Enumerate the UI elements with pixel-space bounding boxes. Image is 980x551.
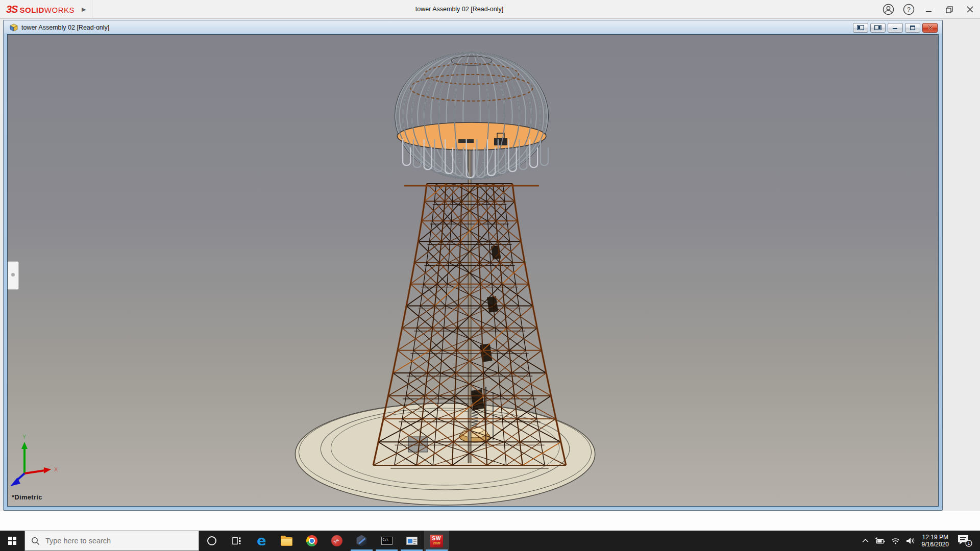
system-tray: 12:19 PM 9/16/2020 1 <box>859 531 980 551</box>
taskbar-item-chrome[interactable] <box>299 531 324 551</box>
battery-status[interactable] <box>872 531 888 551</box>
solidworks-logo: 3S SOLID WORKS <box>6 4 75 15</box>
app-window-controls: ? <box>878 0 980 19</box>
cortana-icon <box>207 536 217 546</box>
taskbar-item-edge[interactable]: e <box>249 531 274 551</box>
task-view-button[interactable] <box>224 531 249 551</box>
taskbar-item-hexagon-app[interactable] <box>349 531 374 551</box>
help-icon[interactable]: ? <box>898 0 919 19</box>
close-button[interactable] <box>960 0 980 19</box>
taskbar-item-window-app[interactable] <box>399 531 424 551</box>
assembly-document-icon <box>9 23 18 32</box>
notification-icon: 1 <box>955 534 973 548</box>
search-input[interactable] <box>25 531 199 550</box>
taskbar-item-file-explorer[interactable] <box>274 531 299 551</box>
windows-logo-icon <box>8 537 17 545</box>
show-right-pane-button[interactable] <box>870 23 886 33</box>
document-minimize-button[interactable] <box>888 23 903 33</box>
window-app-icon <box>406 537 418 545</box>
taskbar-search[interactable] <box>24 531 199 551</box>
hexagon-app-icon <box>356 535 368 547</box>
file-explorer-icon <box>281 537 292 546</box>
chevron-up-icon <box>862 538 869 544</box>
solidworks-logo-mark: 3S <box>6 4 17 15</box>
tray-expand-button[interactable] <box>859 531 872 551</box>
notification-badge: 1 <box>967 541 970 546</box>
document-window-controls <box>853 23 939 33</box>
action-center-button[interactable]: 1 <box>953 531 980 551</box>
cortana-button[interactable] <box>199 531 224 551</box>
account-icon[interactable] <box>878 0 898 19</box>
wifi-icon <box>891 537 900 545</box>
menu-expand-arrow-icon[interactable]: ▶ <box>82 6 86 13</box>
speaker-icon <box>905 537 915 545</box>
status-bar <box>0 511 980 531</box>
chrome-icon <box>306 535 317 546</box>
network-status[interactable] <box>888 531 903 551</box>
solidworks-app: 3S SOLID WORKS ▶ tower Assembly 02 [Read… <box>0 0 980 551</box>
document-titlebar[interactable]: tower Assembly 02 [Read-only] <box>7 21 939 34</box>
feature-panel-collapse-tab[interactable] <box>8 261 19 290</box>
minimize-button[interactable] <box>919 0 939 19</box>
solidworks-2020-icon: SW 2020 <box>430 535 443 547</box>
taskbar: e ✂ C:\ SW 2020 <box>0 531 980 551</box>
edge-icon: e <box>257 535 266 547</box>
taskbar-item-command-prompt[interactable]: C:\ <box>374 531 399 551</box>
document-title: tower Assembly 02 [Read-only] <box>21 24 109 31</box>
titlebar-divider <box>92 0 92 19</box>
start-button[interactable] <box>0 531 24 551</box>
view-orientation-label: *Dimetric <box>12 493 42 501</box>
volume-status[interactable] <box>903 531 918 551</box>
command-prompt-icon: C:\ <box>381 537 393 545</box>
clock-time: 12:19 PM <box>922 534 948 541</box>
taskbar-clock[interactable]: 12:19 PM 9/16/2020 <box>918 531 953 551</box>
restore-button[interactable] <box>939 0 960 19</box>
snipping-tool-icon: ✂ <box>331 535 342 546</box>
battery-charging-icon <box>874 537 886 545</box>
document-restore-button[interactable] <box>905 23 920 33</box>
clock-date: 9/16/2020 <box>922 541 949 548</box>
task-view-icon <box>232 537 241 545</box>
show-left-pane-button[interactable] <box>853 23 868 33</box>
tower-3d-model[interactable]: XY <box>8 35 938 506</box>
document-window: tower Assembly 02 [Read-only] <box>3 20 943 511</box>
document-close-button[interactable] <box>922 23 938 33</box>
taskbar-item-solidworks[interactable]: SW 2020 <box>424 531 449 551</box>
panel-tab-grip <box>11 273 15 277</box>
svg-text:?: ? <box>907 6 911 13</box>
taskbar-item-snipping-tool[interactable]: ✂ <box>324 531 349 551</box>
app-titlebar: 3S SOLID WORKS ▶ tower Assembly 02 [Read… <box>0 0 980 19</box>
svg-text:X: X <box>54 466 58 472</box>
search-icon <box>31 537 40 545</box>
svg-text:Y: Y <box>22 434 27 440</box>
graphics-viewport[interactable]: XY *Dimetric <box>7 34 939 507</box>
app-window-title: tower Assembly 02 [Read-only] <box>0 6 919 13</box>
